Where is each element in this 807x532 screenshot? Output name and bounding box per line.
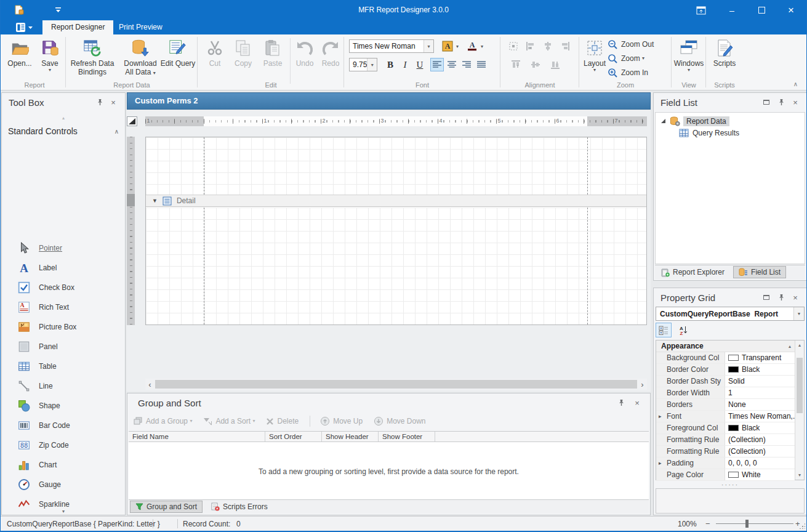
- add-a-sort-button[interactable]: Add a Sort ▾: [203, 417, 255, 425]
- categorized-view-button[interactable]: [656, 323, 672, 337]
- toolbox-item-zip-code[interactable]: 88 Zip Code: [2, 435, 124, 455]
- group-and-sort-close-icon[interactable]: ×: [633, 398, 641, 407]
- property-grid-close-icon[interactable]: ×: [791, 293, 800, 302]
- move-down-button[interactable]: Move Down: [374, 416, 425, 426]
- edit-query-button[interactable]: Edit Query: [159, 37, 196, 87]
- detail-band-header[interactable]: ▼ Detail: [146, 195, 646, 207]
- toolbox-item-pointer[interactable]: Pointer: [2, 238, 124, 258]
- section-collapse-icon[interactable]: ∧: [114, 128, 119, 135]
- paste-button[interactable]: Paste: [259, 37, 286, 87]
- property-grid-pin-icon[interactable]: [777, 293, 785, 302]
- tree-node-query-results[interactable]: Query Results: [656, 127, 805, 139]
- toolbox-item-chart[interactable]: Chart: [2, 455, 124, 475]
- save-dropdown-icon[interactable]: ▾: [49, 68, 51, 73]
- group-and-sort-pin-icon[interactable]: [617, 398, 625, 407]
- align-bottoms-icon[interactable]: [548, 58, 562, 71]
- toolbox-item-table[interactable]: Table: [2, 357, 124, 376]
- align-lefts-icon[interactable]: [524, 39, 537, 53]
- property-row-border-dash-style[interactable]: Border Dash Sty Solid: [656, 376, 795, 387]
- property-row-borders[interactable]: Borders None: [656, 399, 795, 411]
- align-centers-icon[interactable]: [541, 39, 555, 53]
- design-horizontal-scrollbar[interactable]: ‹ ›: [145, 379, 647, 390]
- undo-button[interactable]: Undo: [292, 37, 317, 87]
- align-right-button[interactable]: [460, 58, 473, 71]
- scroll-up-icon[interactable]: ▴: [795, 342, 804, 348]
- ribbon-display-options-icon[interactable]: [687, 0, 715, 20]
- download-all-data-button[interactable]: Download All Data ▾: [121, 37, 159, 87]
- toolbox-item-label[interactable]: A Label: [2, 258, 124, 278]
- property-grid-scrollbar[interactable]: ▴ ▾: [795, 341, 804, 480]
- alphabetical-sort-button[interactable]: AZ: [675, 323, 691, 337]
- font-size-dropdown-icon[interactable]: ▾: [367, 58, 377, 71]
- bold-button[interactable]: B: [383, 58, 397, 71]
- toolbox-item-line[interactable]: Line: [2, 376, 124, 396]
- close-button[interactable]: ×: [777, 0, 805, 20]
- toolbox-section-standard-controls[interactable]: Standard Controls ∧: [8, 126, 119, 136]
- highlight-color-dropdown-icon[interactable]: ▾: [456, 44, 459, 49]
- property-row-formatting-rule-sheet[interactable]: Formatting Rule (Collection): [656, 446, 795, 457]
- zoom-button[interactable]: Zoom ▾: [608, 52, 644, 65]
- zoom-out-button[interactable]: Zoom Out: [608, 38, 654, 50]
- property-row-padding[interactable]: ▸Padding 0, 0, 0, 0: [656, 457, 795, 469]
- field-list-float-icon[interactable]: [762, 98, 771, 107]
- toolbox-pin-icon[interactable]: [95, 98, 104, 107]
- zoom-slider-thumb[interactable]: [745, 520, 749, 528]
- tab-group-and-sort[interactable]: Group and Sort: [130, 501, 203, 513]
- font-color-button[interactable]: A: [465, 39, 480, 53]
- property-row-page-color[interactable]: Page Color White: [656, 469, 795, 481]
- add-a-group-button[interactable]: Add a Group ▾: [134, 417, 192, 425]
- minimize-button[interactable]: –: [718, 0, 746, 20]
- delete-button[interactable]: Delete: [266, 417, 299, 425]
- toolbox-item-panel[interactable]: Panel: [2, 337, 124, 357]
- font-name-combo[interactable]: Times New Roman ▾: [349, 39, 434, 53]
- toolbox-item-picture-box[interactable]: Picture Box: [2, 317, 124, 337]
- tree-expander-icon[interactable]: [660, 118, 666, 124]
- toolbox-scroll-down-icon[interactable]: ▾: [2, 509, 125, 514]
- ribbon-collapse-icon[interactable]: ∧: [793, 81, 798, 87]
- ruler-corner-button[interactable]: [127, 116, 137, 126]
- save-button[interactable]: Save ▾: [36, 37, 63, 87]
- cut-button[interactable]: Cut: [203, 37, 227, 87]
- align-rights-icon[interactable]: [558, 39, 572, 53]
- move-up-button[interactable]: Move Up: [320, 416, 363, 426]
- open-button[interactable]: Open...: [6, 37, 34, 87]
- top-margin-band[interactable]: [146, 137, 646, 195]
- refresh-data-bindings-button[interactable]: Refresh Data Bindings: [67, 37, 118, 87]
- tab-scripts-errors[interactable]: Scripts Errors: [206, 501, 273, 513]
- align-tops-icon[interactable]: [509, 58, 523, 71]
- layout-button[interactable]: Layout ▾: [582, 37, 608, 87]
- expand-icon[interactable]: ▸: [659, 413, 662, 419]
- zoom-in-button[interactable]: Zoom In: [608, 66, 648, 79]
- object-selector-dropdown-icon[interactable]: ▾: [793, 307, 804, 320]
- property-row-border-color[interactable]: Border Color Black: [656, 364, 795, 376]
- scrollbar-thumb[interactable]: [155, 380, 637, 389]
- tab-report-designer[interactable]: Report Designer: [42, 20, 113, 34]
- scripts-button[interactable]: Scripts: [710, 37, 739, 87]
- scroll-right-icon[interactable]: ›: [638, 380, 647, 389]
- scrollbar-thumb[interactable]: [797, 358, 803, 413]
- column-show-header[interactable]: Show Header: [322, 432, 379, 441]
- band-collapse-icon[interactable]: ▼: [152, 198, 158, 204]
- description-splitter[interactable]: ·····: [654, 481, 806, 488]
- field-list-pin-icon[interactable]: [777, 98, 785, 107]
- toolbox-item-rich-text[interactable]: A Rich Text: [2, 297, 124, 317]
- snap-to-grid-icon[interactable]: [507, 39, 520, 53]
- font-color-dropdown-icon[interactable]: ▾: [481, 44, 483, 49]
- align-center-button[interactable]: [445, 58, 459, 71]
- category-appearance[interactable]: Appearance ▴: [656, 341, 795, 352]
- underline-button[interactable]: U: [413, 58, 427, 71]
- scroll-left-icon[interactable]: ‹: [145, 380, 155, 389]
- tree-node-report-data[interactable]: Report Data: [656, 115, 805, 127]
- toolbox-close-icon[interactable]: ×: [109, 98, 118, 107]
- expand-icon[interactable]: ▸: [659, 460, 662, 466]
- maximize-button[interactable]: [747, 0, 776, 20]
- highlight-color-button[interactable]: A: [440, 39, 455, 53]
- column-field-name[interactable]: Field Name: [129, 432, 265, 441]
- property-row-foreground-color[interactable]: Foreground Col Black: [656, 422, 795, 434]
- property-row-formatting-rules[interactable]: Formatting Rule (Collection): [656, 434, 795, 446]
- zoom-out-slider-button[interactable]: −: [705, 519, 710, 528]
- property-grid-object-selector[interactable]: CustomQueryReportBase Report ▾: [656, 307, 805, 321]
- category-collapse-icon[interactable]: ▴: [789, 344, 791, 349]
- application-menu-button[interactable]: [15, 22, 34, 33]
- tab-field-list[interactable]: Field List: [733, 266, 786, 278]
